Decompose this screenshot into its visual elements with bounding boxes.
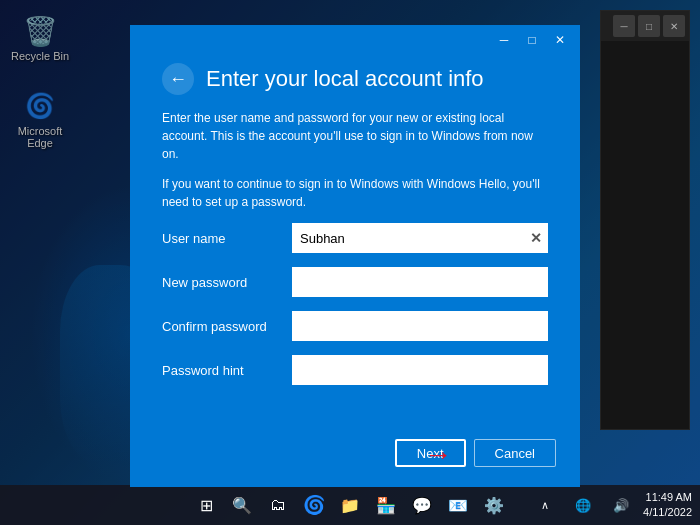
password-hint-row: Password hint	[162, 355, 548, 385]
taskbar-teams-btn[interactable]: 💬	[406, 489, 438, 521]
dialog-header: ← Enter your local account info	[162, 63, 548, 95]
username-label: User name	[162, 231, 292, 246]
taskbar-clock[interactable]: 11:49 AM 4/11/2022	[643, 490, 692, 521]
taskbar-network-icon[interactable]: 🌐	[567, 489, 599, 521]
confirm-password-label: Confirm password	[162, 319, 292, 334]
confirm-password-input-wrapper	[292, 311, 548, 341]
cancel-button[interactable]: Cancel	[474, 439, 556, 467]
password-hint-input[interactable]	[292, 355, 548, 385]
username-row: User name ✕	[162, 223, 548, 253]
dialog-title: Enter your local account info	[206, 66, 484, 92]
taskbar-chevron-icon[interactable]: ∧	[529, 489, 561, 521]
taskbar-start-btn[interactable]: ⊞	[190, 489, 222, 521]
confirm-password-input[interactable]	[292, 311, 548, 341]
dialog-maximize-btn[interactable]: □	[518, 29, 546, 51]
dialog-description-2: If you want to continue to sign in to Wi…	[162, 175, 548, 211]
username-clear-icon[interactable]: ✕	[530, 230, 542, 246]
dialog-footer: → Next Cancel	[130, 423, 580, 487]
confirm-password-row: Confirm password	[162, 311, 548, 341]
dialog-description-1: Enter the user name and password for you…	[162, 109, 548, 163]
new-password-input-wrapper	[292, 267, 548, 297]
taskbar-right: ∧ 🌐 🔊 11:49 AM 4/11/2022	[529, 489, 692, 521]
taskbar-store-btn[interactable]: 🏪	[370, 489, 402, 521]
back-button[interactable]: ←	[162, 63, 194, 95]
new-password-row: New password	[162, 267, 548, 297]
taskbar-settings-btn[interactable]: ⚙️	[478, 489, 510, 521]
username-input[interactable]	[292, 223, 548, 253]
taskbar-date-display: 4/11/2022	[643, 505, 692, 520]
taskbar: ⊞ 🔍 🗂 🌀 📁 🏪 💬 📧 ⚙️ ∧ 🌐 🔊 11:49 AM 4/11/2…	[0, 485, 700, 525]
taskbar-center: ⊞ 🔍 🗂 🌀 📁 🏪 💬 📧 ⚙️	[190, 489, 510, 521]
new-password-label: New password	[162, 275, 292, 290]
next-arrow-indicator: →	[424, 439, 452, 471]
local-account-dialog: ─ □ ✕ ← Enter your local account info En…	[130, 25, 580, 487]
dialog-content: ← Enter your local account info Enter th…	[130, 55, 580, 423]
taskbar-explorer-btn[interactable]: 📁	[334, 489, 366, 521]
username-input-wrapper: ✕	[292, 223, 548, 253]
taskbar-taskview-btn[interactable]: 🗂	[262, 489, 294, 521]
password-hint-label: Password hint	[162, 363, 292, 378]
new-password-input[interactable]	[292, 267, 548, 297]
taskbar-time-display: 11:49 AM	[643, 490, 692, 505]
dialog-titlebar: ─ □ ✕	[130, 25, 580, 55]
dialog-minimize-btn[interactable]: ─	[490, 29, 518, 51]
taskbar-volume-icon[interactable]: 🔊	[605, 489, 637, 521]
taskbar-mail-btn[interactable]: 📧	[442, 489, 474, 521]
taskbar-search-btn[interactable]: 🔍	[226, 489, 258, 521]
password-hint-input-wrapper	[292, 355, 548, 385]
desktop: 🗑️ Recycle Bin 🌀 Microsoft Edge ─ □ ✕ ─ …	[0, 0, 700, 525]
dialog-close-btn[interactable]: ✕	[546, 29, 574, 51]
taskbar-edge-btn[interactable]: 🌀	[298, 489, 330, 521]
